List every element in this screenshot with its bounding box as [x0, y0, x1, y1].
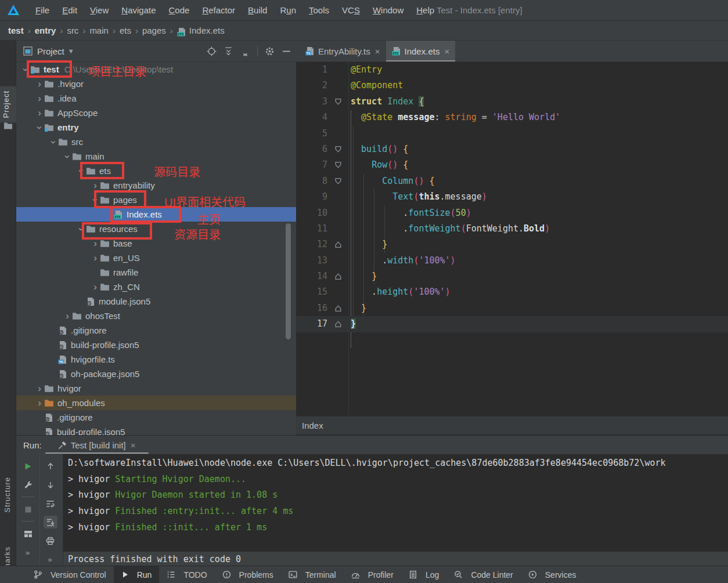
chevron-right-icon[interactable]: › [35, 385, 44, 393]
breadcrumb-item-pages[interactable]: pages [142, 26, 166, 35]
editor-breadcrumb[interactable]: Index [296, 416, 728, 434]
fold-marker-icon[interactable] [330, 157, 348, 173]
tree-item-resources[interactable]: ›resources [16, 222, 296, 236]
tree-item-ets[interactable]: ›ets [16, 164, 296, 178]
run-tab[interactable]: Test [build init] × [58, 440, 136, 450]
tool-window-button-todo[interactable]: TODO [159, 566, 214, 583]
chevron-right-icon[interactable]: › [91, 182, 100, 190]
tool-window-button-profiler[interactable]: Profiler [344, 566, 401, 583]
tree-item-.hvigor[interactable]: ›.hvigor [16, 77, 296, 91]
restore-layout-button[interactable] [21, 527, 35, 540]
menu-window[interactable]: Window [366, 5, 410, 15]
run-console[interactable]: D:\softwareInstall\Huawei\node\node.exe … [63, 454, 728, 566]
soft-wrap-button[interactable] [44, 497, 57, 510]
more-actions-button[interactable]: » [44, 553, 57, 566]
chevron-down-icon[interactable]: › [49, 137, 57, 147]
tool-window-button-version-control[interactable]: Version Control [26, 566, 114, 583]
chevron-right-icon[interactable]: › [35, 80, 44, 88]
chevron-down-icon[interactable]: ▼ [68, 48, 74, 55]
tool-window-button-code-linter[interactable]: Code Linter [446, 566, 520, 583]
tree-item-oh-package.json5[interactable]: ›oh-package.json5 [16, 367, 296, 381]
fold-marker-icon[interactable] [330, 316, 348, 332]
chevron-down-icon[interactable]: › [21, 65, 30, 74]
menu-run[interactable]: Run [273, 5, 302, 15]
chevron-right-icon[interactable]: › [35, 95, 44, 103]
menu-edit[interactable]: Edit [56, 5, 84, 15]
close-icon[interactable]: × [444, 46, 449, 56]
tree-item-.gitignore[interactable]: ›.gitignore [16, 410, 296, 425]
tree-item-Index.ets[interactable]: ›ETSIndex.ets [16, 207, 296, 222]
chevron-right-icon[interactable]: › [91, 283, 100, 291]
print-icon[interactable] [44, 534, 57, 547]
editor-tab-EntryAbility.ts[interactable]: TSEntryAbility.ts× [300, 41, 386, 61]
tree-item-entryability[interactable]: ›entryability [16, 178, 296, 193]
tree-item-oh_modules[interactable]: ›oh_modules [16, 396, 296, 410]
fold-marker-icon[interactable] [330, 94, 348, 110]
project-panel-title[interactable]: Project [37, 46, 64, 56]
editor-tab-Index.ets[interactable]: ETSIndex.ets× [386, 41, 456, 61]
chevron-down-icon[interactable]: › [35, 123, 44, 132]
fold-marker-icon[interactable] [330, 173, 348, 189]
chevron-right-icon[interactable]: › [35, 399, 44, 407]
tree-item-hvigor[interactable]: ›hvigor [16, 381, 296, 396]
breadcrumb-item-ets[interactable]: ets [120, 26, 131, 35]
tree-item-rawfile[interactable]: ›rawfile [16, 265, 296, 280]
chevron-down-icon[interactable]: › [91, 195, 99, 205]
chevron-down-icon[interactable]: › [77, 224, 85, 234]
tree-item-ohosTest[interactable]: ›ohosTest [16, 309, 296, 323]
collapse-all-button[interactable] [240, 46, 250, 56]
chevron-right-icon[interactable]: › [63, 312, 72, 320]
breadcrumb-item-src[interactable]: src [67, 26, 78, 35]
tree-item-build-profile.json5[interactable]: ›build-profile.json5 [16, 338, 296, 352]
scrollbar-thumb[interactable] [286, 223, 291, 339]
tree-item-main[interactable]: ›main [16, 149, 296, 164]
menu-build[interactable]: Build [242, 5, 273, 15]
fold-marker-icon[interactable] [330, 269, 348, 284]
tree-item-.gitignore[interactable]: ›.gitignore [16, 323, 296, 338]
rerun-button[interactable] [21, 460, 35, 473]
hide-panel-button[interactable] [282, 46, 291, 56]
chevron-down-icon[interactable]: › [77, 166, 85, 176]
stripe-tab-structure[interactable]: Structure [3, 477, 12, 513]
tool-window-button-problems[interactable]: Problems [215, 566, 281, 583]
tree-item-module.json5[interactable]: ›module.json5 [16, 294, 296, 309]
stripe-tab-project[interactable]: Project [0, 86, 16, 122]
up-arrow-button[interactable] [44, 460, 57, 473]
tree-item-pages[interactable]: ›pages [16, 193, 296, 207]
breadcrumb-item-entry[interactable]: entry [35, 26, 56, 35]
fold-marker-icon[interactable] [330, 300, 348, 316]
locate-file-button[interactable] [207, 46, 217, 56]
tool-window-button-services[interactable]: Services [521, 566, 584, 583]
breadcrumb-item-Index.ets[interactable]: Index.ets [189, 26, 225, 35]
expand-all-button[interactable] [224, 46, 233, 56]
tree-item-hvigorfile.ts[interactable]: ›TShvigorfile.ts [16, 352, 296, 367]
tree-item-entry[interactable]: ›entry [16, 120, 296, 135]
down-arrow-button[interactable] [44, 479, 57, 491]
menu-refactor[interactable]: Refactor [196, 5, 242, 15]
chevron-right-icon[interactable]: › [35, 109, 44, 117]
menu-view[interactable]: View [84, 5, 115, 15]
menu-navigate[interactable]: Navigate [115, 5, 162, 15]
menu-tools[interactable]: Tools [302, 5, 336, 15]
fold-marker-icon[interactable] [330, 142, 348, 157]
menu-file[interactable]: File [29, 5, 56, 15]
edit-configuration-wrench-icon[interactable] [21, 479, 35, 491]
settings-gear-icon[interactable] [265, 46, 275, 56]
scroll-to-end-button[interactable] [44, 516, 57, 528]
tree-item-AppScope[interactable]: ›AppScope [16, 106, 296, 120]
stop-button[interactable] [21, 503, 35, 516]
tree-item-zh_CN[interactable]: ›zh_CN [16, 280, 296, 294]
tree-item-src[interactable]: ›src [16, 135, 296, 149]
chevron-right-icon[interactable]: › [91, 240, 100, 248]
tree-item-en_US[interactable]: ›en_US [16, 251, 296, 265]
tree-item-test[interactable]: ›testC:\Users\DELL\Desktop\test [16, 62, 296, 77]
tool-window-button-log[interactable]: Log [401, 566, 446, 583]
breadcrumb-item-main[interactable]: main [89, 26, 109, 35]
tree-item-base[interactable]: ›base [16, 236, 296, 251]
chevron-down-icon[interactable]: › [63, 152, 71, 161]
code-area[interactable]: 1@Entry2@Component3struct Index {4 @Stat… [296, 62, 728, 417]
menu-code[interactable]: Code [163, 5, 196, 15]
tool-window-button-run[interactable]: Run [114, 566, 160, 583]
menu-vcs[interactable]: VCS [336, 5, 366, 15]
close-icon[interactable]: × [375, 46, 380, 56]
